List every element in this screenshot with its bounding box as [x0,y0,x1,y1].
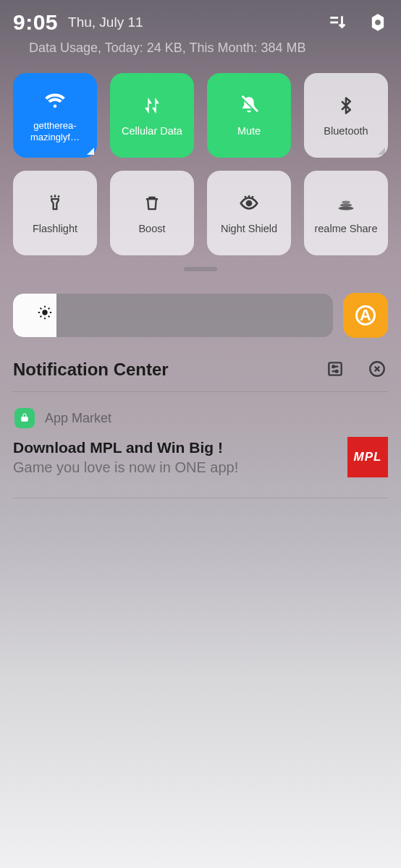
wifi-icon [43,88,67,113]
night-shield-tile[interactable]: Night Shield [207,171,291,255]
svg-rect-32 [21,417,28,422]
svg-point-12 [339,206,354,210]
bluetooth-label: Bluetooth [324,125,368,137]
share-icon [334,191,358,216]
brightness-slider[interactable] [13,294,333,337]
notification-item[interactable]: App Market Download MPL and Win Big ! Ga… [13,392,388,498]
svg-line-23 [48,308,50,310]
cellular-data-label: Cellular Data [122,125,182,137]
svg-point-15 [42,310,47,315]
mute-tile[interactable]: Mute [207,73,291,158]
data-usage-text: Data Usage, Today: 24 KB, This Month: 38… [29,41,388,56]
boost-label: Boost [138,223,165,235]
svg-point-13 [340,203,352,207]
svg-rect-24 [329,362,341,375]
boost-trash-icon [140,191,164,216]
drag-handle[interactable] [184,267,217,271]
clear-all-icon[interactable] [368,359,388,380]
svg-line-6 [51,195,52,197]
notification-title: Download MPL and Win Big ! [13,439,336,456]
svg-point-28 [336,370,338,373]
sort-icon[interactable] [327,12,347,33]
bluetooth-icon [334,93,358,118]
svg-point-2 [375,20,381,25]
flashlight-icon [43,191,67,216]
wifi-tile[interactable]: gettherea-mazinglyf… [13,73,97,158]
svg-line-7 [58,195,59,197]
app-market-icon [14,408,35,428]
realme-share-label: realme Share [314,223,377,235]
notification-thumbnail: MPL [347,437,388,477]
svg-line-21 [48,316,50,318]
flashlight-tile[interactable]: Flashlight [13,171,97,255]
auto-brightness-badge: A [355,305,376,326]
notification-manage-icon[interactable] [326,359,346,380]
data-arrows-icon [140,93,164,118]
realme-share-tile[interactable]: realme Share [304,171,388,255]
flashlight-label: Flashlight [33,223,77,235]
cellular-data-tile[interactable]: Cellular Data [110,73,194,158]
boost-tile[interactable]: Boost [110,171,194,255]
brightness-thumb[interactable] [13,294,56,337]
clock-time: 9:05 [13,10,58,35]
auto-brightness-toggle[interactable]: A [343,293,388,338]
notification-center-title: Notification Center [13,359,326,380]
header-date: Thu, July 11 [68,14,317,30]
bluetooth-tile[interactable]: Bluetooth [304,73,388,158]
sun-icon [37,305,59,326]
svg-point-27 [332,365,334,367]
svg-point-8 [247,201,251,205]
svg-point-14 [342,200,350,203]
notification-subtitle: Game you love is now in ONE app! [13,459,336,476]
settings-icon[interactable] [368,12,388,33]
expand-corner-icon [378,148,385,155]
wifi-label: gettherea-mazinglyf… [19,120,91,142]
night-shield-label: Night Shield [221,223,277,235]
svg-line-22 [41,316,42,318]
expand-corner-icon [87,148,94,155]
notification-app-name: App Market [45,411,111,426]
svg-line-20 [41,308,42,310]
eye-icon [237,191,261,216]
mute-label: Mute [237,125,261,137]
mute-bell-icon [237,93,261,118]
